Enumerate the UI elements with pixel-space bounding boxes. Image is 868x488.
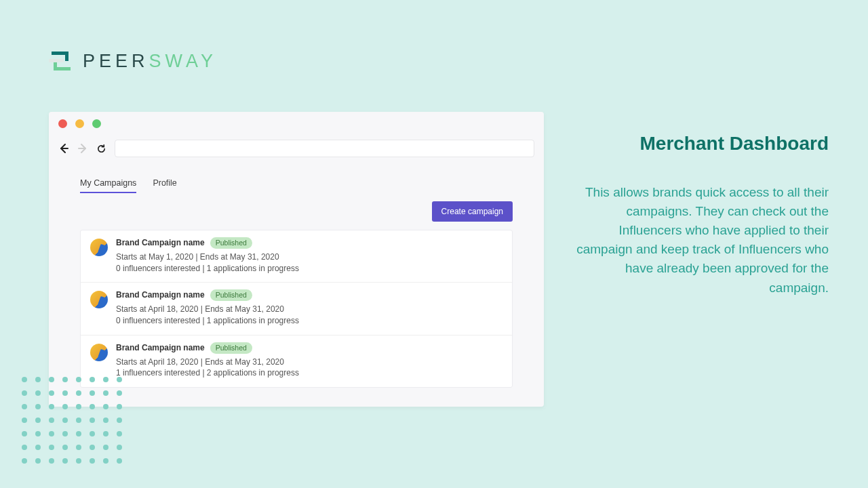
logo-text-pre: PEER xyxy=(83,51,149,71)
tab-profile[interactable]: Profile xyxy=(153,174,176,193)
campaign-dates: Starts at April 18, 2020 | Ends at May 3… xyxy=(116,357,299,368)
forward-icon xyxy=(77,143,88,154)
page-title: Merchant Dashboard xyxy=(640,133,829,155)
avatar xyxy=(90,344,108,361)
window-controls xyxy=(49,112,544,135)
logo-text-post: SWAY xyxy=(149,51,218,71)
campaign-body: Brand Campaign name Published Starts at … xyxy=(116,289,299,326)
back-icon[interactable] xyxy=(58,143,69,154)
list-item[interactable]: Brand Campaign name Published Starts at … xyxy=(81,283,512,335)
campaign-body: Brand Campaign name Published Starts at … xyxy=(116,342,299,379)
campaign-dates: Starts at May 1, 2020 | Ends at May 31, … xyxy=(116,251,299,263)
svg-rect-2 xyxy=(57,67,71,70)
svg-rect-3 xyxy=(54,61,57,70)
campaign-stats: 1 influencers interested | 2 application… xyxy=(116,367,299,379)
status-badge: Published xyxy=(210,289,252,301)
list-item[interactable]: Brand Campaign name Published Starts at … xyxy=(81,336,512,387)
campaign-name: Brand Campaign name xyxy=(116,342,205,354)
campaign-stats: 0 influencers interested | 1 application… xyxy=(116,263,299,274)
browser-toolbar xyxy=(49,135,544,162)
campaign-name: Brand Campaign name xyxy=(116,237,205,249)
tabs: My Campaigns Profile xyxy=(80,174,513,193)
app-content: My Campaigns Profile Create campaign Bra… xyxy=(49,162,544,407)
campaign-body: Brand Campaign name Published Starts at … xyxy=(116,237,299,274)
create-campaign-button[interactable]: Create campaign xyxy=(432,201,513,222)
svg-rect-1 xyxy=(65,52,68,61)
browser-window: My Campaigns Profile Create campaign Bra… xyxy=(49,112,544,407)
status-badge: Published xyxy=(210,342,252,354)
logo-mark-icon xyxy=(49,49,73,73)
page-description: This allows brands quick access to all t… xyxy=(564,183,829,298)
decorative-dots xyxy=(22,377,130,465)
tab-my-campaigns[interactable]: My Campaigns xyxy=(80,174,136,193)
list-item[interactable]: Brand Campaign name Published Starts at … xyxy=(81,230,512,283)
url-input[interactable] xyxy=(115,140,534,157)
maximize-window-icon[interactable] xyxy=(92,119,101,128)
campaign-name: Brand Campaign name xyxy=(116,289,205,301)
minimize-window-icon[interactable] xyxy=(75,119,84,128)
avatar xyxy=(90,291,108,308)
actions-row: Create campaign xyxy=(80,201,513,222)
refresh-icon[interactable] xyxy=(96,144,106,154)
campaign-stats: 0 influencers interested | 1 application… xyxy=(116,315,299,327)
avatar xyxy=(90,239,108,256)
logo-text: PEERSWAY xyxy=(83,51,217,72)
status-badge: Published xyxy=(210,237,252,249)
close-window-icon[interactable] xyxy=(58,119,67,128)
campaign-list: Brand Campaign name Published Starts at … xyxy=(80,230,513,388)
svg-rect-0 xyxy=(52,52,65,55)
brand-logo: PEERSWAY xyxy=(49,49,217,73)
campaign-dates: Starts at April 18, 2020 | Ends at May 3… xyxy=(116,304,299,315)
svg-rect-4 xyxy=(49,59,64,62)
